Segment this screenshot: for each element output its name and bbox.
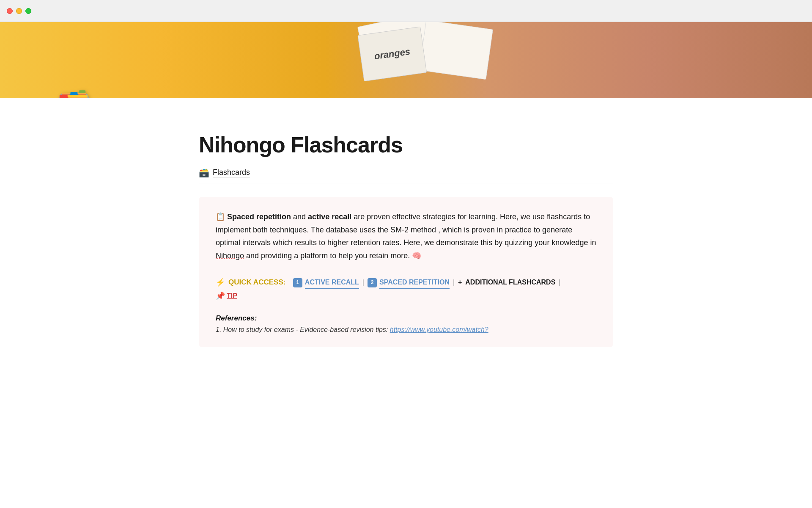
reference-item-1: 1. How to study for exams - Evidence-bas… [216, 326, 596, 334]
page-icon: 🗃️ [55, 87, 93, 98]
spaced-repetition-link[interactable]: SPACED REPETITION [379, 276, 450, 289]
active-recall-link[interactable]: ACTIVE RECALL [305, 276, 359, 289]
hero-banner: oranges 🗃️ [0, 22, 812, 98]
reference-text-1: 1. How to study for exams - Evidence-bas… [216, 326, 390, 333]
references-title: References: [216, 314, 596, 323]
references-section: References: 1. How to study for exams - … [216, 314, 596, 334]
brain-emoji: 🧠 [412, 251, 421, 260]
info-text-3: and providing a platform to help you ret… [246, 251, 412, 260]
separator-2: | [453, 276, 455, 289]
quick-access-line1: ⚡ QUICK ACCESS: 1 ACTIVE RECALL | 2 SPAC… [216, 276, 596, 289]
quick-access-section: ⚡ QUICK ACCESS: 1 ACTIVE RECALL | 2 SPAC… [216, 276, 596, 300]
minimize-button[interactable] [16, 8, 22, 14]
page-title: Nihongo Flashcards [199, 132, 613, 157]
info-box: 📋 Spaced repetition and active recall ar… [199, 197, 613, 347]
titlebar [0, 0, 812, 22]
pin-icon: 📌 [216, 291, 225, 301]
badge-1: 1 [293, 278, 302, 287]
badge-2: 2 [368, 278, 377, 287]
additional-flashcards-link[interactable]: ADDITIONAL FLASHCARDS [464, 276, 555, 289]
nihongo-word: Nihongo [216, 251, 244, 260]
active-recall-bold: active recall [308, 213, 351, 221]
plus-icon: + [458, 276, 462, 289]
separator-1: | [362, 276, 364, 289]
breadcrumb-link[interactable]: Flashcards [213, 168, 250, 177]
tip-link[interactable]: TIP [227, 292, 237, 300]
intro-icon: 📋 [216, 213, 225, 221]
page-icon-container: 🗃️ [55, 89, 93, 98]
spaced-rep-bold: Spaced repetition [227, 213, 291, 221]
quick-access-tip-row: 📌 TIP [216, 291, 596, 301]
breadcrumb-icon: 🗃️ [199, 168, 209, 178]
quick-access-label: QUICK ACCESS: [228, 276, 285, 289]
content-area: Nihongo Flashcards 🗃️ Flashcards 📋 Space… [140, 98, 672, 347]
sm2-link[interactable]: SM-2 method [390, 226, 436, 234]
separator-3: | [559, 276, 560, 289]
info-and: and [293, 213, 308, 221]
lightning-icon: ⚡ [216, 276, 225, 289]
reference-link-1[interactable]: https://www.youtube.com/watch? [390, 326, 488, 333]
close-button[interactable] [7, 8, 13, 14]
spacer1 [287, 276, 291, 289]
breadcrumb-row: 🗃️ Flashcards [199, 168, 613, 183]
hero-image: oranges [0, 22, 812, 98]
info-paragraph: 📋 Spaced repetition and active recall ar… [216, 210, 596, 262]
maximize-button[interactable] [25, 8, 31, 14]
